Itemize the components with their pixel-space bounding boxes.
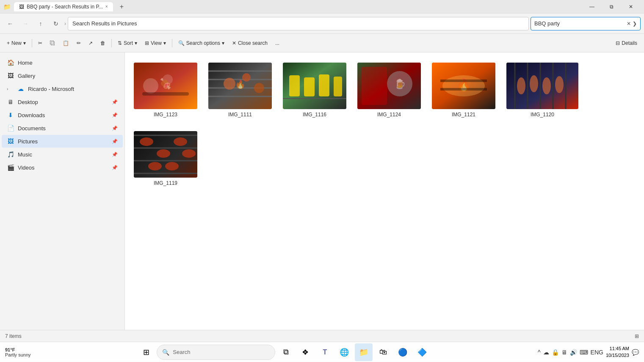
desktop-pin-icon: 📌	[112, 99, 118, 105]
new-tab-button[interactable]: +	[116, 1, 127, 12]
pictures-pin-icon: 📌	[112, 139, 118, 144]
sidebar-item-gallery[interactable]: 🖼 Gallery	[2, 69, 123, 82]
volume-tray-icon[interactable]: 🔊	[570, 349, 577, 356]
svg-point-36	[530, 75, 538, 92]
forward-button[interactable]: →	[19, 17, 32, 30]
up-button[interactable]: ↑	[34, 17, 47, 30]
svg-point-1	[143, 78, 158, 93]
svg-point-45	[157, 149, 170, 158]
sidebar-item-pictures[interactable]: 🖼 Pictures 📌	[2, 135, 123, 148]
extra-app-button[interactable]: 🔷	[413, 343, 431, 361]
file-item-img1116[interactable]: IMG_1116	[281, 59, 348, 121]
sidebar-item-onedrive[interactable]: › ☁ Ricardo - Microsoft	[2, 82, 123, 95]
file-item-img1119[interactable]: IMG_1119	[132, 128, 199, 189]
teams-button[interactable]: T	[316, 343, 334, 361]
delete-button[interactable]: 🗑	[97, 36, 109, 50]
sort-icon: ⇅	[118, 40, 122, 46]
svg-text:🍺: 🍺	[394, 78, 406, 90]
search-options-button[interactable]: 🔍 Search options ▾	[175, 36, 228, 50]
taskbar-search[interactable]: 🔍 Search	[157, 345, 275, 360]
onedrive-tray-icon[interactable]: ☁	[543, 349, 549, 356]
new-button[interactable]: + New ▾	[3, 36, 29, 50]
task-view-button[interactable]: ⧉	[277, 343, 295, 361]
sidebar-item-home[interactable]: 🏠 Home	[2, 56, 123, 69]
system-tray: ^ ☁ 🔒 🖥 🔊 ⌨ ENG	[538, 349, 603, 356]
sidebar-item-downloads[interactable]: ⬇ Downloads 📌	[2, 109, 123, 121]
security-tray-icon[interactable]: 🔒	[552, 349, 559, 356]
svg-rect-15	[289, 75, 300, 96]
paste-button[interactable]: 📋	[59, 36, 72, 50]
active-tab[interactable]: 🖼 BBQ party - Search Results in P... ×	[14, 2, 113, 11]
minimize-button[interactable]: —	[582, 0, 602, 14]
file-item-img1120[interactable]: IMG_1120	[504, 59, 580, 121]
file-name-img1116: IMG_1116	[303, 112, 326, 118]
widgets-button[interactable]: ❖	[296, 343, 314, 361]
weather-widget[interactable]: 91°F Partly sunny	[5, 347, 31, 357]
more-button[interactable]: ...	[272, 36, 283, 50]
tab-close-button[interactable]: ×	[105, 4, 108, 9]
svg-rect-21	[362, 67, 387, 105]
start-button[interactable]: ⊞	[137, 343, 155, 361]
status-bar: 7 items ⊞	[0, 330, 644, 342]
address-path[interactable]: Search Results in Pictures	[68, 17, 529, 30]
svg-point-44	[140, 137, 153, 146]
clock-time: 11:45 AM	[606, 346, 629, 352]
edge-browser-button[interactable]: 🌐	[335, 343, 353, 361]
system-clock[interactable]: 11:45 AM 10/15/2023	[606, 346, 629, 359]
view-icon: ⊞	[145, 40, 149, 46]
file-item-img1111[interactable]: 🔥 IMG_1111	[206, 59, 274, 121]
file-thumbnail-img1121: 🔥	[432, 63, 495, 109]
file-item-img1124[interactable]: 🍺 IMG_1124	[355, 59, 423, 121]
svg-rect-27	[440, 80, 487, 82]
sort-button[interactable]: ⇅ Sort ▾	[114, 36, 141, 50]
details-button[interactable]: ⊟ Details	[612, 36, 641, 50]
svg-point-35	[517, 77, 525, 94]
ms-store-extra-button[interactable]: 🔵	[394, 343, 412, 361]
view-dropdown-icon: ▾	[163, 40, 166, 46]
svg-point-46	[174, 137, 187, 146]
sidebar-pictures-label: Pictures	[18, 138, 38, 145]
svg-rect-3	[142, 92, 189, 96]
language-tray-icon[interactable]: ENG	[591, 349, 603, 356]
taskbar: 91°F Partly sunny ⊞ 🔍 Search ⧉ ❖ T 🌐 📁 🛍	[0, 342, 644, 362]
sidebar-item-videos[interactable]: 🎬 Videos 📌	[2, 161, 123, 174]
copy-button[interactable]: ⿻	[47, 36, 58, 50]
notification-button[interactable]: 💬	[632, 349, 639, 356]
sidebar-item-desktop[interactable]: 🖥 Desktop 📌	[2, 96, 123, 108]
file-item-img1123[interactable]: 🍖 IMG_1123	[132, 59, 199, 121]
documents-pin-icon: 📌	[112, 126, 118, 131]
file-name-img1123: IMG_1123	[154, 112, 177, 118]
search-clear-button[interactable]: ✕	[627, 21, 631, 27]
store-button[interactable]: 🛍	[374, 343, 392, 361]
svg-rect-18	[334, 77, 342, 96]
view-button[interactable]: ⊞ View ▾	[141, 36, 169, 50]
sidebar: 🏠 Home 🖼 Gallery › ☁ Ricardo - Microsoft…	[0, 52, 125, 330]
file-item-img1121[interactable]: 🔥 IMG_1121	[430, 59, 498, 121]
display-tray-icon[interactable]: 🖥	[561, 349, 567, 356]
search-options-label: Search options	[186, 40, 220, 46]
rename-button[interactable]: ✏	[73, 36, 84, 50]
restore-button[interactable]: ⧉	[602, 0, 621, 14]
refresh-button[interactable]: ↻	[49, 17, 63, 30]
sidebar-item-documents[interactable]: 📄 Documents 📌	[2, 122, 123, 134]
tab-title: BBQ party - Search Results in P...	[27, 4, 103, 10]
view-toggle-icon[interactable]: ⊞	[635, 333, 639, 339]
svg-rect-17	[319, 74, 329, 96]
search-expand-button[interactable]: ❯	[633, 21, 637, 27]
view-label: View	[151, 40, 162, 46]
new-label: New	[11, 40, 22, 46]
file-thumbnail-img1111: 🔥	[208, 63, 272, 109]
file-explorer-button[interactable]: 📁	[355, 343, 373, 361]
close-button[interactable]: ✕	[621, 0, 641, 14]
close-search-button[interactable]: ✕ Close search	[229, 36, 271, 50]
sidebar-gallery-label: Gallery	[18, 73, 35, 79]
search-input[interactable]	[534, 20, 625, 27]
desktop-icon: 🖥	[7, 98, 14, 106]
search-box[interactable]: ✕ ❯	[531, 17, 641, 30]
back-button[interactable]: ←	[3, 17, 17, 30]
share-button[interactable]: ↗	[85, 36, 96, 50]
tray-expand-icon[interactable]: ^	[538, 349, 541, 356]
cut-button[interactable]: ✂	[35, 36, 46, 50]
sidebar-item-music[interactable]: 🎵 Music 📌	[2, 148, 123, 161]
keyboard-tray-icon[interactable]: ⌨	[580, 349, 588, 356]
